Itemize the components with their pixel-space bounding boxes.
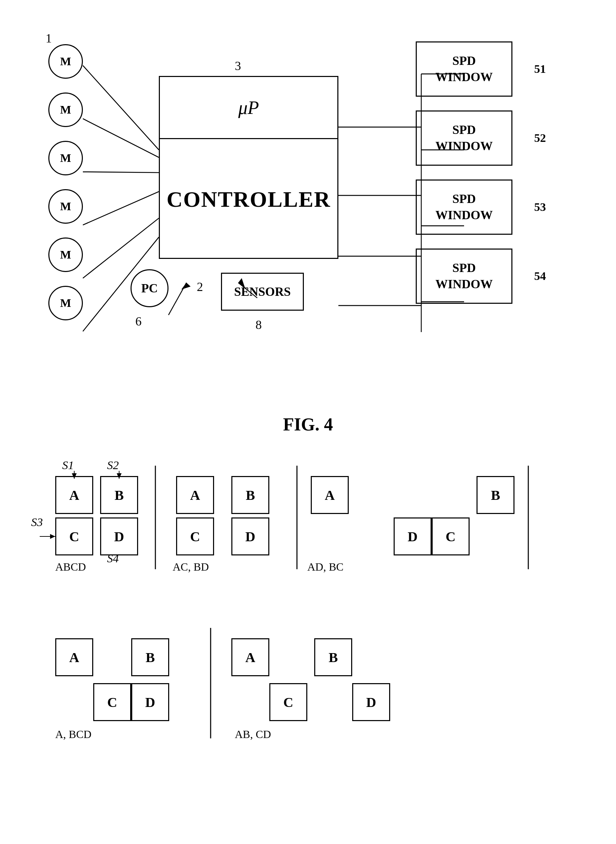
s1-label: S1	[62, 459, 74, 472]
motor-5: M	[48, 237, 83, 272]
label-abcd: ABCD	[55, 561, 86, 573]
label-6: 6	[135, 314, 142, 329]
svg-line-2	[83, 172, 159, 173]
svg-line-0	[83, 66, 159, 150]
motor-3: M	[48, 141, 83, 175]
label-1: 1	[45, 31, 52, 45]
svg-line-3	[83, 192, 159, 225]
cell-abcd3-b: B	[314, 638, 352, 676]
svg-line-1	[83, 119, 159, 157]
pc-circle: PC	[131, 269, 169, 307]
label-2: 2	[197, 280, 203, 294]
svg-line-15	[169, 283, 186, 315]
s3-label: S3	[31, 516, 43, 529]
cell-abcd-a: A	[55, 476, 93, 514]
cell-abcd3-c: C	[269, 683, 307, 721]
cell-abcd-b: B	[100, 476, 138, 514]
cell-abcd-d: D	[100, 517, 138, 555]
spd-window-52: SPD WINDOW 52	[416, 110, 512, 166]
label-53: 53	[534, 199, 546, 215]
spd-window-53: SPD WINDOW 53	[416, 180, 512, 235]
cell-acbd-b: B	[231, 476, 269, 514]
fig4-title: FIG. 4	[28, 414, 588, 435]
controller-main-label: CONTROLLER	[160, 139, 337, 260]
controller-up-label: μP	[160, 77, 337, 139]
fig4-diagram: 1 M M M M M M μP CONTROLLER	[28, 21, 588, 400]
motor-6: M	[48, 286, 83, 320]
spd-window-51: SPD WINDOW 51	[416, 41, 512, 97]
controller-box: μP CONTROLLER	[159, 76, 338, 259]
label-54: 54	[534, 268, 546, 284]
svg-marker-28	[50, 534, 55, 539]
label-8: 8	[255, 318, 262, 332]
label-3: 3	[235, 59, 241, 73]
cell-abcd2-d: D	[131, 683, 169, 721]
cell-acbd-d: D	[231, 517, 269, 555]
cell-acbd-a: A	[176, 476, 214, 514]
motor-2: M	[48, 92, 83, 127]
cell-abcd2-a: A	[55, 638, 93, 676]
label-ac-bd: AC, BD	[173, 561, 209, 573]
cell-abcd2-c: C	[93, 683, 131, 721]
fig5-diagram: S1 S2 S3 S4 A B C D ABCD A C B D AC, BD …	[28, 455, 588, 844]
cell-abcd3-d: D	[352, 683, 390, 721]
label-51: 51	[534, 62, 546, 77]
label-a-bcd: A, BCD	[55, 728, 91, 741]
cell-adbc-d: D	[394, 517, 432, 555]
label-ad-bc: AD, BC	[307, 561, 343, 573]
s2-label: S2	[107, 459, 119, 472]
motor-1: M	[48, 44, 83, 79]
motor-4: M	[48, 189, 83, 224]
cell-adbc-a: A	[311, 476, 349, 514]
spd-window-54: SPD WINDOW 54	[416, 249, 512, 304]
page: 1 M M M M M M μP CONTROLLER	[0, 0, 616, 844]
label-52: 52	[534, 130, 546, 146]
label-ab-cd: AB, CD	[235, 728, 271, 741]
cell-adbc-c: C	[432, 517, 469, 555]
cell-abcd2-b: B	[131, 638, 169, 676]
sensors-box: SENSORS	[221, 273, 304, 311]
cell-abcd-c: C	[55, 517, 93, 555]
cell-abcd3-a: A	[231, 638, 269, 676]
cell-adbc-b: B	[477, 476, 515, 514]
cell-acbd-c: C	[176, 517, 214, 555]
svg-marker-16	[181, 283, 191, 290]
